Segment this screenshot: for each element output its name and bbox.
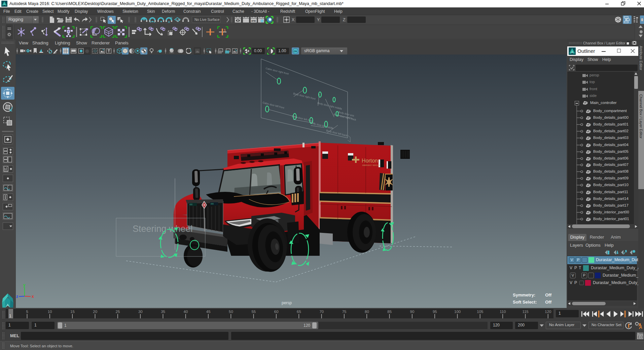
svg-text:70: 70 [319, 310, 324, 314]
svg-text:120: 120 [545, 310, 551, 314]
svg-text:IPR: IPR [251, 20, 256, 23]
svg-text:105: 105 [477, 310, 483, 314]
svg-text:10: 10 [48, 310, 52, 314]
svg-text:z: z [16, 294, 18, 299]
svg-text:Horton: Horton [362, 158, 378, 164]
svg-text:85: 85 [387, 310, 392, 314]
svg-text:Soft Select:: Soft Select: [513, 300, 537, 305]
svg-text:25: 25 [116, 310, 120, 314]
svg-text:Symmetry:: Symmetry: [513, 292, 535, 298]
svg-text:75: 75 [342, 310, 347, 314]
svg-text:35: 35 [161, 310, 165, 314]
svg-text:y: y [23, 283, 26, 287]
svg-text:30: 30 [138, 310, 143, 314]
svg-text:65: 65 [297, 310, 301, 314]
svg-text:persp: persp [282, 301, 292, 305]
svg-text:5: 5 [26, 310, 28, 314]
svg-text:80: 80 [365, 310, 369, 314]
svg-text:20: 20 [93, 310, 97, 314]
svg-text:15: 15 [70, 310, 75, 314]
svg-text:{;}: {;} [638, 336, 643, 339]
svg-text:90: 90 [410, 310, 415, 314]
svg-text:Steering wheel: Steering wheel [133, 224, 193, 234]
svg-text:ON: ON [293, 50, 297, 53]
svg-text:115: 115 [522, 310, 528, 314]
svg-text:50: 50 [229, 310, 233, 314]
svg-text:EMERGENCY VEHICLES: EMERGENCY VEHICLES [362, 165, 380, 166]
svg-text:45: 45 [206, 310, 211, 314]
svg-text:110: 110 [500, 310, 506, 314]
svg-text:95: 95 [433, 310, 437, 314]
svg-text:100: 100 [454, 310, 461, 314]
svg-text:x: x [32, 294, 34, 299]
svg-text:40: 40 [184, 310, 188, 314]
svg-text:55: 55 [251, 310, 256, 314]
svg-text:Off: Off [545, 300, 551, 305]
svg-text:60: 60 [274, 310, 279, 314]
svg-text:Off: Off [545, 292, 551, 298]
